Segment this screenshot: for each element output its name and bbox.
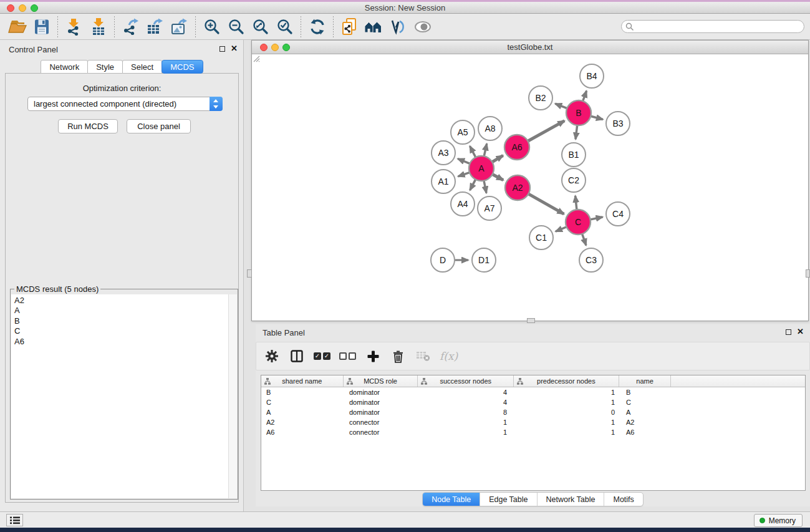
show-graphics-details-button[interactable] (410, 16, 435, 38)
graph-edge[interactable] (484, 180, 486, 193)
graph-edge[interactable] (458, 159, 471, 165)
table-cell[interactable]: 1 (514, 399, 620, 406)
save-session-button[interactable] (29, 16, 54, 38)
tab-edge-table[interactable]: Edge Table (480, 493, 537, 506)
export-network-button[interactable] (118, 16, 143, 38)
graph-node-A7[interactable]: A7 (478, 196, 501, 220)
graph-edge[interactable] (458, 172, 471, 177)
graph-node-D1[interactable]: D1 (472, 248, 496, 272)
delete-columns-button[interactable] (390, 346, 406, 367)
column-settings-button[interactable] (264, 346, 280, 367)
memory-button[interactable]: Memory (754, 514, 803, 527)
graph-node-A4[interactable]: A4 (451, 192, 475, 216)
apply-function-button[interactable]: f(x) (440, 346, 458, 367)
zoom-selected-button[interactable] (272, 16, 297, 38)
criterion-select[interactable]: largest connected component (directed) (27, 97, 223, 111)
splitter-handle[interactable] (247, 269, 252, 278)
table-cell[interactable]: A (620, 409, 672, 416)
tab-node-table[interactable]: Node Table (423, 493, 480, 506)
result-scrollbar[interactable] (228, 294, 237, 498)
close-panel-icon[interactable]: ✕ (231, 46, 238, 52)
close-panel-icon[interactable]: ✕ (797, 329, 804, 335)
zoom-fit-button[interactable] (248, 16, 272, 38)
import-network-button[interactable] (62, 16, 86, 38)
table-cell[interactable]: B (261, 389, 344, 396)
tab-mcds[interactable]: MCDS (162, 60, 203, 74)
graph-node-A[interactable]: A (469, 156, 494, 181)
graph-edge[interactable] (528, 193, 564, 214)
graph-node-C4[interactable]: C4 (606, 202, 630, 226)
column-header-shared-name[interactable]: shared name (261, 375, 344, 387)
graph-edge[interactable] (491, 174, 503, 180)
delete-table-button[interactable] (415, 346, 431, 367)
refresh-view-button[interactable] (305, 16, 329, 38)
graph-node-C[interactable]: C (566, 210, 591, 235)
graph-node-B1[interactable]: B1 (562, 143, 586, 167)
export-image-button[interactable] (167, 16, 191, 38)
open-session-button[interactable] (5, 16, 29, 38)
table-cell[interactable]: 1 (514, 389, 620, 396)
mcds-result-list[interactable]: A2ABCA6 (11, 294, 237, 498)
graph-edge[interactable] (470, 146, 476, 158)
table-cell[interactable]: 8 (418, 409, 514, 416)
result-item[interactable]: C (11, 326, 228, 336)
column-header-successor-nodes[interactable]: successor nodes (418, 375, 514, 387)
graph-node-A1[interactable]: A1 (432, 170, 455, 193)
create-column-button[interactable] (365, 346, 381, 367)
network-graph[interactable]: B4B2BB3A8A5A6A3B1AC2A1A2A4A7C4CC1C3DD1 (252, 54, 808, 321)
tab-motifs[interactable]: Motifs (604, 493, 642, 506)
graph-edge[interactable] (589, 217, 603, 220)
table-cell[interactable]: C (620, 399, 672, 406)
resize-grip-icon[interactable] (252, 54, 260, 62)
graph-node-A5[interactable]: A5 (451, 120, 475, 144)
table-cell[interactable]: 1 (418, 418, 514, 426)
table-cell[interactable]: C (261, 399, 344, 406)
table-cell[interactable]: connector (344, 418, 418, 426)
show-column-panel-button[interactable] (289, 346, 305, 367)
table-cell[interactable]: connector (344, 428, 418, 436)
table-cell[interactable]: 0 (514, 409, 620, 416)
run-mcds-button[interactable]: Run MCDS (58, 119, 118, 133)
table-row[interactable]: Adominator80A (261, 407, 805, 417)
network-window-titlebar[interactable]: testGlobe.txt (252, 41, 808, 54)
result-item[interactable]: A6 (11, 337, 228, 347)
table-cell[interactable]: A2 (261, 418, 344, 426)
graph-node-B3[interactable]: B3 (606, 112, 630, 135)
splitter-handle[interactable] (806, 269, 810, 278)
graph-node-C1[interactable]: C1 (529, 226, 553, 249)
export-table-button[interactable] (143, 16, 167, 38)
graph-edge[interactable] (576, 196, 577, 211)
graph-node-B4[interactable]: B4 (580, 64, 604, 88)
zoom-in-button[interactable] (200, 16, 224, 38)
table-cell[interactable]: B (620, 389, 672, 396)
table-cell[interactable]: dominator (344, 399, 418, 406)
tab-network-table[interactable]: Network Table (538, 493, 605, 506)
graph-edge[interactable] (555, 104, 568, 109)
table-row[interactable]: Cdominator41C (261, 397, 805, 407)
table-cell[interactable]: A6 (261, 428, 344, 436)
table-row[interactable]: Bdominator41B (261, 387, 805, 397)
graph-node-A6[interactable]: A6 (504, 135, 529, 160)
graph-node-C2[interactable]: C2 (562, 168, 586, 192)
float-panel-icon[interactable] (219, 46, 225, 52)
tab-network[interactable]: Network (41, 60, 88, 74)
graph-edge[interactable] (527, 121, 565, 142)
table-cell[interactable]: A6 (620, 428, 672, 436)
node-table[interactable]: shared nameMCDS rolesuccessor nodesprede… (261, 375, 806, 491)
float-panel-icon[interactable] (786, 329, 791, 335)
table-cell[interactable]: dominator (344, 409, 418, 416)
graph-edge[interactable] (589, 116, 603, 120)
column-header-MCDS-role[interactable]: MCDS role (344, 375, 418, 387)
table-cell[interactable]: dominator (344, 389, 418, 396)
table-cell[interactable]: 1 (418, 428, 514, 436)
tab-select[interactable]: Select (122, 60, 162, 74)
graph-node-C3[interactable]: C3 (579, 248, 603, 272)
table-cell[interactable]: 4 (418, 399, 514, 406)
result-item[interactable]: A (11, 306, 228, 316)
result-item[interactable]: B (11, 316, 228, 326)
graph-edge[interactable] (582, 233, 586, 245)
result-item[interactable]: A2 (11, 296, 228, 306)
graph-edge[interactable] (491, 155, 503, 162)
graph-node-D[interactable]: D (431, 248, 455, 272)
zoom-out-button[interactable] (224, 16, 248, 38)
